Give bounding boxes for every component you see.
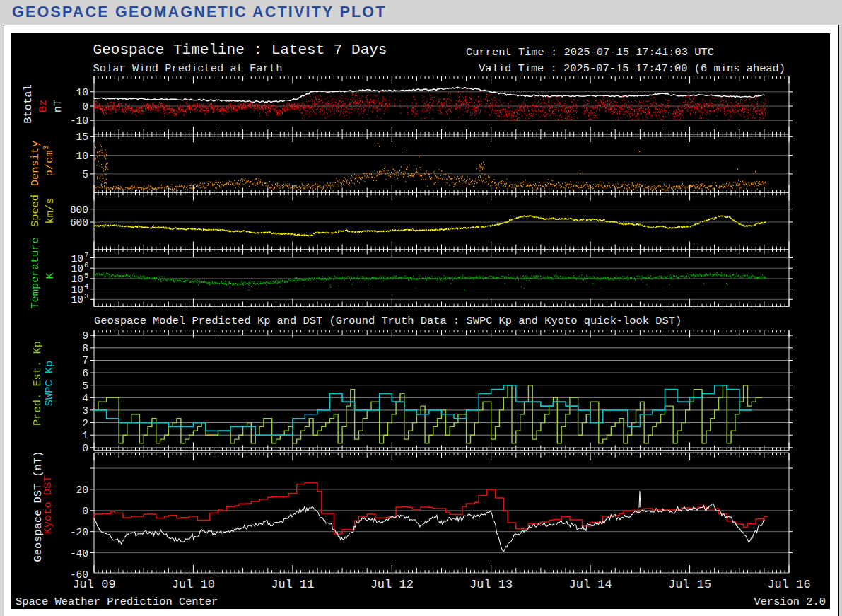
svg-text:10: 10: [71, 284, 83, 296]
svg-text:Speed: Speed: [29, 194, 42, 227]
svg-text:7: 7: [82, 355, 88, 366]
svg-text:Geospace Model Predicted Kp an: Geospace Model Predicted Kp and DST (Gro…: [94, 315, 682, 327]
svg-text:Solar Wind Predicted at Earth: Solar Wind Predicted at Earth: [93, 62, 283, 75]
svg-text:Jul 12: Jul 12: [370, 578, 414, 591]
svg-text:2: 2: [82, 418, 88, 429]
svg-text:1: 1: [82, 430, 88, 441]
svg-text:5: 5: [84, 272, 88, 280]
svg-text:600: 600: [70, 217, 88, 228]
svg-text:4: 4: [84, 282, 88, 291]
svg-text:20: 20: [76, 484, 88, 496]
svg-text:Geospace Timeline : Latest 7 D: Geospace Timeline : Latest 7 Days: [93, 42, 387, 58]
svg-text:Current Time : 2025-07-15 17:4: Current Time : 2025-07-15 17:41:03 UTC: [466, 46, 714, 59]
svg-text:Density: Density: [29, 141, 42, 187]
svg-text:800: 800: [70, 204, 88, 216]
svg-text:Temperature: Temperature: [29, 237, 42, 309]
svg-text:0: 0: [82, 506, 88, 517]
svg-text:Kyoto DST: Kyoto DST: [42, 475, 54, 534]
svg-text:8: 8: [82, 343, 88, 354]
svg-text:Jul 13: Jul 13: [469, 578, 513, 591]
svg-text:Jul 11: Jul 11: [271, 578, 314, 591]
svg-text:Bz: Bz: [37, 100, 49, 112]
svg-text:10: 10: [71, 294, 83, 306]
svg-text:Jul 09: Jul 09: [72, 578, 115, 591]
svg-text:10: 10: [76, 151, 88, 162]
svg-text:Jul 15: Jul 15: [668, 578, 711, 591]
svg-text:-10: -10: [70, 115, 88, 127]
svg-text:km/s: km/s: [44, 198, 57, 224]
svg-text:3: 3: [82, 405, 88, 417]
svg-text:Jul 14: Jul 14: [569, 578, 612, 591]
svg-text:15: 15: [76, 132, 88, 143]
svg-text:Pred. Est. Kp: Pred. Est. Kp: [31, 341, 44, 426]
svg-text:10: 10: [76, 87, 88, 98]
svg-text:6: 6: [82, 368, 88, 379]
svg-text:10: 10: [71, 263, 83, 274]
svg-text:p/cm: p/cm: [43, 151, 56, 177]
svg-text:3: 3: [84, 292, 88, 301]
svg-text:Space Weather Prediction Cente: Space Weather Prediction Center: [16, 595, 218, 608]
svg-text:0: 0: [82, 101, 88, 112]
svg-text:7: 7: [84, 251, 88, 260]
svg-text:10: 10: [71, 274, 83, 285]
svg-text:SWPC Kp: SWPC Kp: [43, 361, 56, 407]
svg-text:Valid Time : 2025-07-15 17:47:: Valid Time : 2025-07-15 17:47:00 (6 mins…: [479, 62, 785, 75]
svg-text:-20: -20: [70, 527, 88, 538]
svg-text:5: 5: [82, 380, 88, 392]
svg-text:nT: nT: [52, 100, 64, 112]
svg-text:3: 3: [42, 145, 50, 150]
svg-text:4: 4: [82, 393, 88, 404]
svg-text:-40: -40: [70, 548, 88, 559]
svg-text:Version 2.0: Version 2.0: [754, 595, 826, 608]
svg-text:9: 9: [82, 330, 88, 342]
svg-text:Btotal: Btotal: [22, 84, 35, 123]
svg-text:5: 5: [82, 169, 88, 180]
svg-text:0: 0: [82, 443, 88, 454]
svg-text:Jul 10: Jul 10: [172, 578, 215, 591]
svg-text:K: K: [44, 272, 57, 279]
svg-text:Jul 16: Jul 16: [767, 578, 810, 591]
svg-text:6: 6: [84, 261, 88, 269]
svg-text:10: 10: [71, 253, 83, 265]
